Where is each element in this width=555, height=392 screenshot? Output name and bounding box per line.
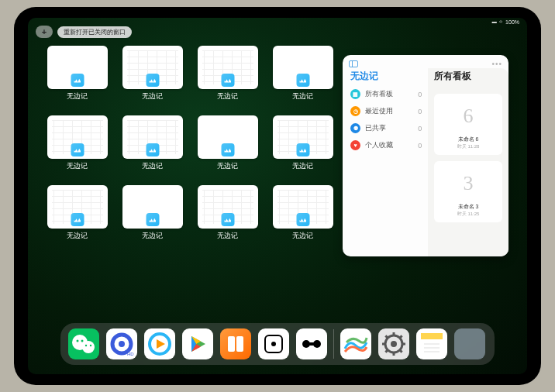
svg-point-2 [77, 340, 79, 342]
window-label: 无边记 [217, 231, 238, 241]
window-thumbnail[interactable]: 无边记 [272, 46, 333, 101]
dumbbell-app-icon[interactable] [296, 328, 327, 359]
grid-icon: ▦ [350, 89, 360, 99]
svg-rect-10 [228, 336, 235, 352]
tencent-video-app-icon[interactable] [144, 328, 175, 359]
panel-main: 所有看板 6未命名 6昨天 11:283未命名 3昨天 11:25 [428, 68, 508, 256]
wifi-icon: ⌔ [499, 19, 502, 25]
category-count: 0 [418, 91, 422, 98]
svg-line-20 [400, 350, 402, 352]
svg-rect-27 [421, 333, 443, 339]
svg-point-5 [90, 345, 91, 346]
window-thumbnail[interactable]: 无边记 [272, 115, 333, 171]
ipad-frame: •••• ⌔ 100% + 重新打开已关闭的窗口 无边记无边记无边记无边记无边记… [14, 7, 541, 385]
svg-point-18 [391, 341, 397, 347]
panel-right-title: 所有看板 [434, 70, 502, 83]
svg-point-13 [271, 342, 276, 346]
status-bar: •••• ⌔ 100% [491, 19, 519, 25]
quark-app-icon[interactable]: HD [106, 328, 137, 359]
window-thumbnail[interactable]: 无边记 [47, 115, 108, 171]
window-thumbnail[interactable]: 无边记 [122, 115, 183, 171]
people-icon: ⚉ [350, 123, 360, 133]
freeform-app-icon [71, 143, 84, 156]
panel-sidebar: 无边记 ▦所有看板0◷最近使用0⚉已共享0♥个人收藏0 [343, 68, 428, 256]
freeform-app-icon [146, 143, 159, 156]
window-thumbnail[interactable]: 无边记 [47, 185, 108, 241]
svg-line-24 [385, 335, 388, 338]
notes-app-icon[interactable] [416, 328, 447, 359]
freeform-app-icon [221, 74, 234, 87]
board-time: 昨天 11:25 [457, 211, 480, 218]
freeform-app-icon[interactable] [340, 328, 371, 359]
window-label: 无边记 [217, 161, 238, 171]
svg-line-26 [400, 335, 402, 338]
window-label: 无边记 [292, 231, 313, 241]
freeform-app-icon [296, 213, 309, 226]
freeform-app-icon [221, 213, 234, 226]
panel-left-title: 无边记 [350, 70, 422, 83]
battery-label: 100% [505, 19, 519, 25]
category-label: 所有看板 [365, 89, 393, 99]
board-card[interactable]: 3未命名 3昨天 11:25 [434, 161, 502, 222]
board-time: 昨天 11:28 [457, 143, 480, 150]
wechat-app-icon[interactable] [68, 328, 99, 359]
window-label: 无边记 [142, 161, 163, 171]
books-app-icon[interactable] [220, 328, 251, 359]
category-heart[interactable]: ♥个人收藏0 [350, 140, 422, 150]
window-thumbnail[interactable]: 无边记 [197, 185, 258, 241]
svg-point-1 [82, 341, 95, 353]
window-label: 无边记 [142, 91, 163, 101]
board-preview: 6 [439, 98, 498, 134]
category-label: 最近使用 [365, 106, 393, 116]
window-label: 无边记 [67, 91, 88, 101]
category-grid[interactable]: ▦所有看板0 [350, 89, 422, 99]
window-thumbnail[interactable]: 无边记 [122, 185, 183, 241]
top-controls: + 重新打开已关闭的窗口 [36, 26, 132, 38]
freeform-app-icon [146, 213, 159, 226]
freeform-app-icon [296, 74, 309, 87]
window-label: 无边记 [292, 91, 313, 101]
window-label: 无边记 [292, 161, 313, 171]
category-count: 0 [418, 108, 422, 115]
freeform-app-icon [71, 74, 84, 87]
svg-line-22 [385, 350, 388, 352]
board-name: 未命名 6 [458, 136, 479, 143]
category-clock[interactable]: ◷最近使用0 [350, 106, 422, 116]
svg-point-3 [81, 340, 84, 342]
svg-rect-16 [308, 342, 315, 346]
clock-icon: ◷ [350, 106, 360, 116]
svg-point-7 [119, 341, 125, 347]
board-card[interactable]: 6未命名 6昨天 11:28 [434, 94, 502, 155]
dock: HD [60, 323, 495, 365]
window-label: 无边记 [67, 161, 88, 171]
category-label: 已共享 [365, 123, 386, 133]
more-icon[interactable]: ••• [491, 60, 502, 68]
board-name: 未命名 3 [458, 203, 479, 211]
board-preview: 3 [439, 166, 498, 201]
window-thumbnail[interactable]: 无边记 [197, 46, 258, 101]
dock-divider [333, 329, 334, 359]
toggle-sidebar-icon[interactable] [349, 60, 358, 67]
window-label: 无边记 [217, 91, 238, 101]
play-app-icon[interactable] [182, 328, 213, 359]
window-thumbnail[interactable]: 无边记 [47, 46, 108, 101]
freeform-app-icon [71, 213, 84, 226]
new-window-button[interactable]: + [36, 26, 53, 38]
freeform-app-icon [146, 74, 159, 87]
freeform-app-icon [296, 143, 309, 156]
window-thumbnail[interactable]: 无边记 [272, 185, 333, 241]
dice-app-icon[interactable] [258, 328, 289, 359]
window-thumbnail[interactable]: 无边记 [122, 46, 183, 101]
window-label: 无边记 [67, 231, 88, 241]
reopen-closed-window-button[interactable]: 重新打开已关闭的窗口 [57, 26, 132, 38]
window-grid: 无边记无边记无边记无边记无边记无边记无边记无边记无边记无边记无边记无边记 [47, 46, 333, 241]
svg-rect-11 [236, 336, 243, 352]
signal-icon: •••• [491, 19, 496, 25]
freeform-panel: ••• 无边记 ▦所有看板0◷最近使用0⚉已共享0♥个人收藏0 所有看板 6未命… [343, 55, 508, 256]
app-library-app-icon[interactable] [454, 328, 485, 359]
settings-app-icon[interactable] [378, 328, 409, 359]
window-thumbnail[interactable]: 无边记 [197, 115, 258, 171]
category-count: 0 [418, 142, 422, 150]
category-people[interactable]: ⚉已共享0 [350, 123, 422, 133]
screen: •••• ⌔ 100% + 重新打开已关闭的窗口 无边记无边记无边记无边记无边记… [28, 18, 527, 374]
